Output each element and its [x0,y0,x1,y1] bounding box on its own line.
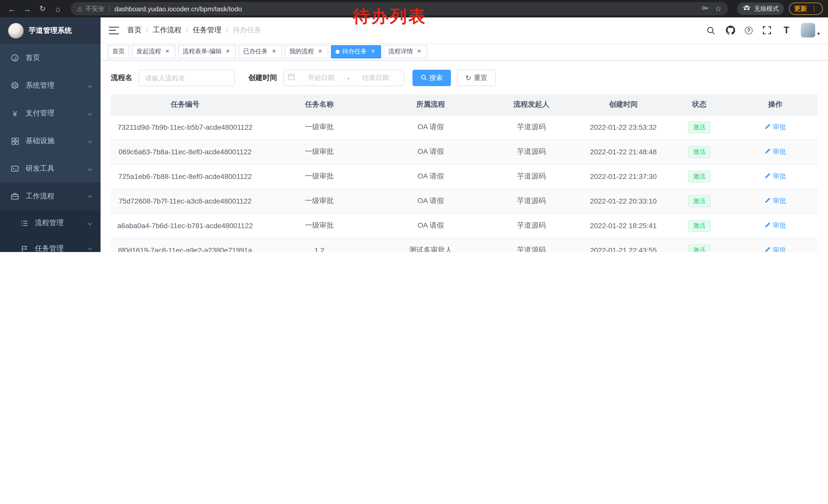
browser-back-button[interactable]: ← [5,2,18,15]
cell-task-id: 725a1eb6-7b88-11ec-8ef0-acde48001122 [111,164,259,189]
sidebar-item-infrastructure[interactable]: 基础设施 [0,127,100,155]
approve-link[interactable]: 审批 [764,245,786,252]
screen: ← → ↻ ⌂ ⚠ 不安全 | dashboard.yudao.iocoder.… [0,0,828,252]
font-size-icon[interactable]: T [781,25,792,35]
tab-close-icon[interactable]: × [416,48,423,55]
refresh-icon: ↻ [465,74,471,82]
incognito-label: 无痕模式 [754,4,779,13]
app: 芋道管理系统 首页 系统管理 ¥ 支付管 [0,17,828,252]
sidebar: 芋道管理系统 首页 系统管理 ¥ 支付管 [0,17,100,252]
start-date-placeholder: 开始日期 [297,73,345,83]
sidebar-item-payment[interactable]: ¥ 支付管理 [0,99,100,127]
password-key-icon[interactable] [701,4,709,13]
sidebar-collapse-icon[interactable] [109,27,119,34]
browser-reload-button[interactable]: ↻ [36,2,49,15]
tab-close-icon[interactable]: × [224,48,232,55]
tab-label: 发起流程 [136,47,161,56]
sidebar-item-process-management[interactable]: 流程管理 [0,210,100,236]
process-name-input[interactable] [138,70,235,86]
app-logo[interactable]: 芋道管理系统 [0,17,100,44]
task-table-header: 任务编号 任务名称 所属流程 流程发起人 创建时间 状态 操作 [111,94,818,115]
browser-menu-icon[interactable]: ⋮ [811,5,818,13]
cell-status: 激活 [666,139,733,164]
grid-icon [10,137,19,145]
sidebar-item-workflow[interactable]: 工作流程 [0,183,100,210]
update-label: 更新 [794,4,807,13]
approve-link[interactable]: 审批 [764,221,786,230]
tab-label: 首页 [112,47,125,56]
tab-label: 流程详情 [388,47,413,56]
caret-down-icon: ▾ [817,31,820,37]
fullscreen-icon[interactable] [762,25,772,35]
cell-starter: 芋道源码 [482,164,581,189]
column-header-starter: 流程发起人 [482,94,581,115]
chevron-down-icon [88,84,92,88]
tab-待办任务[interactable]: 待办任务× [331,45,381,58]
tab-close-icon[interactable]: × [164,48,171,55]
sidebar-item-task-management[interactable]: 任务管理 [0,236,100,252]
sidebar-item-system[interactable]: 系统管理 [0,72,100,99]
tab-已办任务[interactable]: 已办任务× [239,45,282,58]
gear-icon [10,82,19,90]
column-header-create-time: 创建时间 [581,94,666,115]
sidebar-item-dev-tools[interactable]: 研发工具 [0,155,100,183]
approve-link[interactable]: 审批 [764,172,786,181]
approve-link[interactable]: 审批 [764,123,786,132]
cell-task-id: 8f0d1619-7ac8-11ec-a9e2-a2380e71991a [111,238,259,252]
cell-create-time: 2022-01-22 23:53:32 [581,115,666,139]
tab-流程表单-编辑[interactable]: 流程表单-编辑× [178,45,236,58]
terminal-icon [10,165,19,173]
cell-task-name: 一级审批 [259,139,380,164]
tab-发起流程[interactable]: 发起流程× [132,45,175,58]
browser-forward-button[interactable]: → [20,2,34,15]
approve-link[interactable]: 审批 [764,196,786,205]
approve-link[interactable]: 审批 [764,147,786,156]
reset-button-label: 重置 [474,73,487,83]
not-secure-label: 不安全 [85,4,105,13]
avatar [801,23,815,37]
search-button[interactable]: 搜索 [412,70,451,86]
reset-button[interactable]: ↻ 重置 [457,70,495,86]
search-icon[interactable] [706,25,716,35]
update-button[interactable]: 更新 ⋮ [789,3,823,15]
breadcrumb-separator: / [186,26,188,34]
github-icon[interactable] [726,25,736,35]
search-icon [421,74,427,82]
table-row: 8f0d1619-7ac8-11ec-a9e2-a2380e71991a1.2测… [111,238,818,252]
bookmark-star-icon[interactable]: ☆ [715,4,722,13]
help-icon[interactable]: ? [745,27,753,34]
breadcrumb-home[interactable]: 首页 [127,26,141,35]
sidebar-item-label: 任务管理 [35,244,82,252]
cell-process: 测试多审批人 [379,238,482,252]
workflow-submenu: 流程管理 任务管理 我的流程 [0,210,100,252]
sidebar-item-home[interactable]: 首页 [0,44,100,72]
cell-action: 审批 [733,115,818,139]
breadcrumb-task-management[interactable]: 任务管理 [193,26,222,35]
status-badge: 激活 [688,171,710,182]
tab-close-icon[interactable]: × [369,48,377,55]
sidebar-item-label: 支付管理 [26,109,82,118]
tab-close-icon[interactable]: × [317,48,324,55]
browser-home-button[interactable]: ⌂ [51,2,65,15]
create-time-range-picker[interactable]: 开始日期 - 结束日期 [283,70,404,86]
not-secure-chip[interactable]: ⚠ 不安全 [77,4,105,13]
tab-close-icon[interactable]: × [271,48,278,55]
breadcrumb-separator: / [226,26,228,34]
breadcrumb-workflow[interactable]: 工作流程 [153,26,181,35]
tab-我的流程[interactable]: 我的流程× [285,45,328,58]
warning-icon: ⚠ [77,5,83,12]
status-badge: 激活 [688,121,710,133]
incognito-icon [742,5,751,12]
tab-首页[interactable]: 首页 [108,45,129,58]
omnibox-right-icons: ☆ [701,4,722,13]
tab-流程详情[interactable]: 流程详情× [384,45,427,58]
create-time-label: 创建时间 [248,73,277,83]
cell-task-name: 一级审批 [259,189,380,213]
cell-process: OA 请假 [379,164,482,189]
tab-label: 待办任务 [342,47,367,56]
process-name-label: 流程名 [111,73,132,83]
column-header-task-id: 任务编号 [111,94,259,115]
pen-icon [764,173,771,180]
cell-starter: 芋道源码 [482,238,581,252]
user-menu[interactable]: ▾ [801,23,820,37]
